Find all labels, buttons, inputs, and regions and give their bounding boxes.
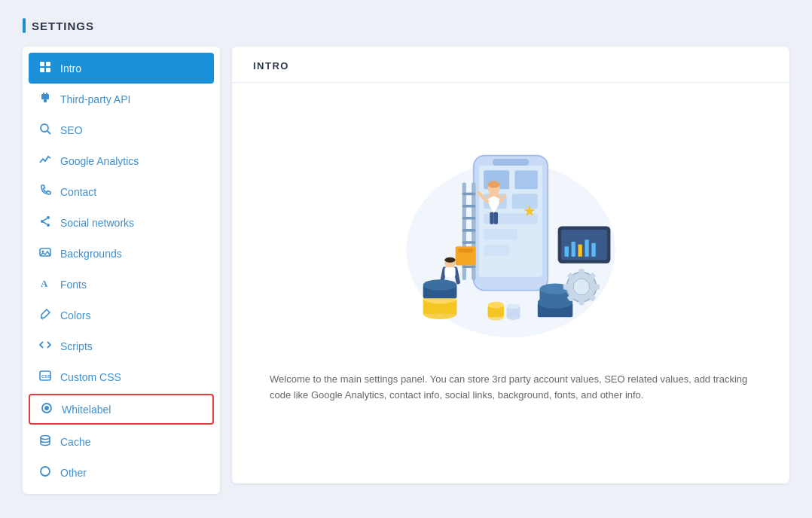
- image-icon: [38, 246, 53, 261]
- sidebar-item-intro[interactable]: Intro: [29, 53, 214, 84]
- sidebar-label-contact: Contact: [60, 186, 96, 198]
- svg-rect-40: [462, 229, 476, 232]
- svg-point-61: [423, 279, 457, 290]
- svg-rect-6: [43, 93, 44, 95]
- share-icon: [38, 215, 53, 230]
- svg-point-8: [41, 124, 48, 132]
- svg-rect-78: [565, 246, 569, 256]
- svg-rect-72: [578, 298, 584, 305]
- svg-point-46: [488, 181, 500, 188]
- sidebar-label-custom-css: Custom CSS: [60, 371, 121, 383]
- settings-page: SETTINGS IntroThird-party APISEOGoogle A…: [0, 0, 812, 512]
- sidebar-label-colors: Colors: [60, 309, 90, 321]
- svg-rect-80: [578, 245, 582, 257]
- page-title: SETTINGS: [23, 18, 789, 33]
- svg-rect-33: [484, 229, 517, 239]
- intro-illustration: ★: [383, 105, 639, 354]
- sidebar-item-social-networks[interactable]: Social networks: [23, 207, 220, 238]
- svg-line-13: [44, 218, 47, 221]
- sidebar-item-cache[interactable]: Cache: [23, 426, 220, 457]
- svg-rect-48: [494, 212, 498, 224]
- circle-icon: [39, 402, 54, 416]
- sidebar-label-google-analytics: Google Analytics: [60, 155, 139, 167]
- svg-rect-27: [493, 159, 529, 166]
- svg-rect-53: [444, 267, 455, 277]
- phone-icon: [38, 184, 53, 199]
- sidebar-item-fonts[interactable]: AFonts: [23, 269, 220, 300]
- svg-text:CSS: CSS: [41, 374, 50, 379]
- svg-rect-4: [41, 94, 49, 99]
- svg-rect-5: [44, 99, 47, 102]
- sidebar-label-other: Other: [60, 467, 87, 479]
- svg-rect-38: [462, 205, 476, 208]
- sidebar-label-seo: SEO: [60, 124, 83, 136]
- svg-point-21: [45, 407, 48, 410]
- svg-point-85: [488, 302, 504, 309]
- svg-rect-68: [578, 269, 584, 276]
- section-title: INTRO: [253, 60, 768, 72]
- sidebar-label-scripts: Scripts: [60, 340, 93, 352]
- svg-line-9: [47, 131, 50, 134]
- svg-rect-37: [462, 193, 476, 196]
- svg-line-14: [44, 222, 47, 224]
- sidebar-item-colors[interactable]: Colors: [23, 300, 220, 331]
- search-icon: [38, 123, 53, 137]
- svg-point-16: [42, 251, 44, 253]
- svg-point-52: [444, 257, 455, 263]
- svg-rect-41: [462, 241, 476, 244]
- sidebar-item-whitelabel[interactable]: Whitelabel: [29, 394, 214, 425]
- grid-icon: [38, 61, 53, 75]
- main-header: INTRO: [232, 47, 789, 83]
- svg-rect-82: [591, 243, 595, 257]
- svg-point-67: [573, 279, 589, 294]
- sidebar-item-seo[interactable]: SEO: [23, 114, 220, 145]
- sidebar-label-third-party-api: Third-party API: [60, 93, 130, 105]
- font-icon: A: [38, 277, 53, 291]
- svg-rect-70: [593, 284, 600, 289]
- svg-rect-3: [46, 68, 50, 72]
- sidebar-label-backgrounds: Backgrounds: [60, 248, 122, 260]
- svg-rect-74: [563, 284, 570, 289]
- sidebar-label-social-networks: Social networks: [60, 217, 134, 229]
- brush-icon: [38, 308, 53, 322]
- sidebar-label-fonts: Fonts: [60, 279, 87, 291]
- sidebar-item-scripts[interactable]: Scripts: [23, 331, 220, 361]
- welcome-text: Welcome to the main settings panel. You …: [270, 372, 752, 404]
- sidebar-item-contact[interactable]: Contact: [23, 176, 220, 207]
- sidebar-item-custom-css[interactable]: CSSCustom CSS: [23, 361, 220, 392]
- chart-icon: [38, 154, 53, 168]
- svg-rect-1: [46, 62, 50, 66]
- svg-rect-0: [40, 62, 44, 66]
- sidebar-label-cache: Cache: [60, 436, 90, 448]
- svg-text:A: A: [41, 278, 48, 289]
- sidebar: IntroThird-party APISEOGoogle AnalyticsC…: [23, 47, 220, 494]
- sidebar-item-third-party-api[interactable]: Third-party API: [23, 84, 220, 114]
- svg-rect-55: [458, 248, 473, 252]
- plug-icon: [38, 92, 53, 106]
- svg-rect-2: [40, 68, 44, 72]
- svg-rect-79: [572, 242, 575, 257]
- sidebar-item-backgrounds[interactable]: Backgrounds: [23, 238, 220, 269]
- svg-rect-43: [462, 265, 476, 268]
- svg-point-12: [47, 224, 50, 227]
- svg-point-11: [41, 220, 44, 223]
- svg-rect-29: [514, 170, 537, 189]
- css-icon: CSS: [38, 370, 53, 384]
- svg-rect-34: [484, 245, 509, 256]
- main-content: INTRO: [232, 47, 789, 483]
- svg-point-23: [41, 467, 50, 476]
- svg-point-88: [507, 303, 520, 309]
- circle-empty-icon: [38, 465, 53, 480]
- sidebar-label-intro: Intro: [60, 62, 81, 75]
- database-icon: [38, 434, 53, 449]
- svg-rect-81: [585, 239, 588, 256]
- svg-rect-7: [46, 93, 47, 95]
- sidebar-label-whitelabel: Whitelabel: [62, 404, 111, 416]
- code-icon: [38, 339, 53, 353]
- svg-point-22: [41, 436, 50, 440]
- sidebar-item-google-analytics[interactable]: Google Analytics: [23, 145, 220, 176]
- layout: IntroThird-party APISEOGoogle AnalyticsC…: [23, 47, 789, 494]
- svg-point-10: [47, 216, 50, 219]
- sidebar-item-other[interactable]: Other: [23, 457, 220, 488]
- svg-rect-39: [462, 217, 476, 220]
